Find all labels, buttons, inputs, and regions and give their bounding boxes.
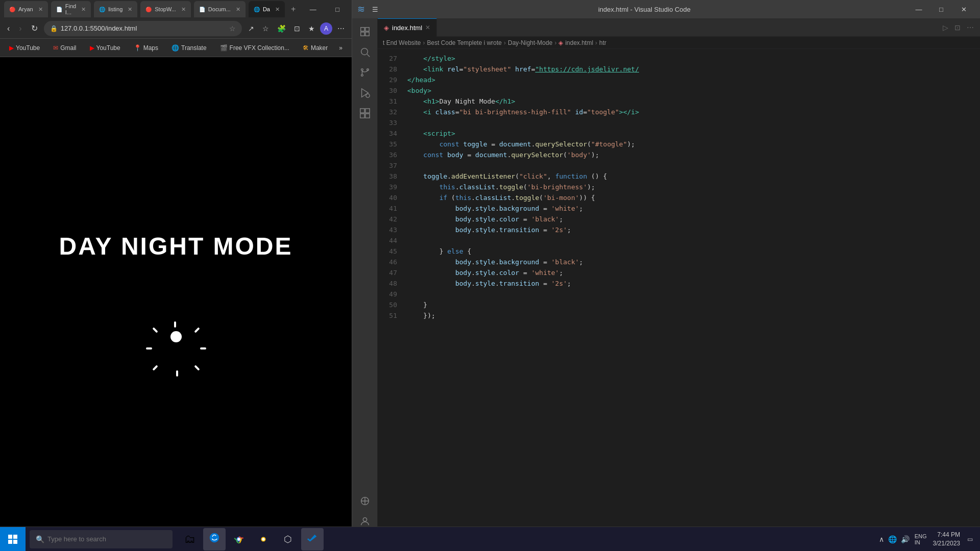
taskbar-explorer-icon[interactable]: 🗂 — [179, 528, 201, 550]
lock-icon: 🔒 — [50, 25, 58, 32]
maker-icon: 🛠 — [303, 44, 309, 52]
bookmark-youtube1[interactable]: ▶ YouTube — [5, 42, 44, 54]
extensions-icon[interactable] — [356, 104, 374, 122]
refresh-button[interactable]: ↻ — [28, 21, 41, 35]
menu-button[interactable]: ⋯ — [334, 22, 348, 35]
bookmark-maker[interactable]: 🛠 Maker — [299, 42, 332, 54]
code-line-49 — [407, 289, 980, 299]
code-line-50: } — [407, 299, 980, 310]
bookmark-translate[interactable]: 🌐 Translate — [167, 42, 211, 54]
taskbar-tray: ∧ 🌐 🔊 ENG IN 7:44 PM 3/21/2023 ▭ — [878, 531, 980, 548]
remote-explorer-icon[interactable] — [356, 492, 374, 510]
split-editor-button[interactable]: ⊡ — [952, 21, 963, 34]
share-button[interactable]: ↗ — [245, 22, 257, 35]
back-button[interactable]: ‹ — [4, 22, 13, 35]
maps-icon: 📍 — [134, 44, 141, 52]
sun-icon[interactable] — [161, 321, 191, 352]
browser-tab-6[interactable]: 🌐 Da ✕ — [249, 1, 285, 17]
vscode-window-title: index.html - Visual Studio Code — [381, 6, 908, 13]
taskbar-edge-icon[interactable] — [203, 528, 226, 550]
address-bar[interactable]: 🔒 ☆ — [44, 21, 242, 36]
breadcrumb-part2[interactable]: Best Code Templete i wrote — [427, 39, 502, 46]
bookmark-vfx[interactable]: 🎬 Free VFX Collection... — [216, 42, 293, 54]
new-tab-button[interactable]: + — [288, 5, 299, 14]
tray-network-icon[interactable]: 🌐 — [887, 534, 898, 544]
code-area[interactable]: </style> <link rel="stylesheet" href="ht… — [403, 49, 980, 539]
code-line-34: <script> — [407, 128, 980, 139]
source-control-icon[interactable] — [356, 63, 374, 82]
tab4-close[interactable]: ✕ — [181, 6, 186, 13]
taskbar-pinned-apps: 🗂 — [179, 528, 324, 550]
svg-rect-1 — [365, 28, 369, 31]
tab1-close[interactable]: ✕ — [38, 6, 43, 13]
vscode-logo-icon: ≋ — [357, 4, 365, 15]
bookmark-youtube2[interactable]: ▶ YouTube — [86, 42, 125, 54]
profile-button[interactable]: A — [320, 22, 332, 35]
extensions-button[interactable]: 🧩 — [274, 22, 289, 35]
svg-rect-2 — [360, 32, 364, 36]
sun-ray-180 — [176, 370, 178, 377]
breadcrumb-part1[interactable]: t End Website — [383, 39, 421, 46]
breadcrumb-html-icon: ◈ — [558, 39, 563, 46]
code-line-46: body.style.background = 'black'; — [407, 257, 980, 267]
bookmark-gmail[interactable]: ✉ Gmail — [49, 42, 80, 54]
vscode-restore-button[interactable]: □ — [930, 0, 952, 18]
tab5-close[interactable]: ✕ — [236, 6, 240, 13]
breadcrumb-part4[interactable]: index.html — [565, 39, 593, 46]
url-input[interactable] — [61, 24, 226, 32]
svg-rect-18 — [8, 535, 12, 539]
taskbar-search-input[interactable] — [47, 535, 166, 543]
tray-clock[interactable]: 7:44 PM 3/21/2023 — [933, 531, 960, 548]
html-file-icon: ◈ — [384, 24, 389, 32]
browser-tab-2[interactable]: 📄 Find I... ✕ — [51, 1, 91, 17]
bookmarks-more-button[interactable]: » — [337, 42, 345, 54]
browser-tab-1[interactable]: 🔴 Aryan ✕ — [4, 1, 48, 17]
browser-minimize-button[interactable]: — — [302, 2, 324, 17]
browser-maximize-button[interactable]: □ — [326, 2, 349, 17]
forward-button[interactable]: › — [16, 22, 24, 35]
taskbar-search-box[interactable]: 🔍 — [30, 530, 173, 548]
tray-volume-icon[interactable]: 🔊 — [900, 534, 911, 544]
vscode-minimize-button[interactable]: — — [908, 0, 930, 18]
run-button[interactable]: ▷ — [941, 21, 950, 34]
vscode-window: ≋ ☰ index.html - Visual Studio Code — □ … — [352, 0, 980, 551]
tab6-close[interactable]: ✕ — [275, 6, 280, 13]
code-line-45: } else { — [407, 246, 980, 257]
tab2-close[interactable]: ✕ — [81, 6, 86, 13]
bookmark-maps[interactable]: 📍 Maps — [130, 42, 162, 54]
breadcrumb-part3[interactable]: Day-Night-Mode — [508, 39, 552, 46]
run-debug-icon[interactable] — [356, 84, 374, 102]
editor-tab-index-html[interactable]: ◈ index.html ✕ — [378, 18, 437, 37]
explorer-icon[interactable] — [356, 22, 374, 41]
show-desktop-button[interactable]: ▭ — [966, 535, 974, 544]
toolbar-actions: ↗ ☆ 🧩 ⊡ ★ A ⋯ — [245, 22, 348, 35]
code-line-38: toggle.addEventListener("click", functio… — [407, 171, 980, 182]
more-actions-button[interactable]: ⋯ — [965, 21, 976, 34]
browser-tab-3[interactable]: 🌐 listing ✕ — [94, 1, 137, 17]
svg-rect-21 — [13, 540, 17, 544]
favorites-button[interactable]: ★ — [305, 22, 318, 35]
browser-tab-4[interactable]: 🔴 StopW... ✕ — [140, 1, 191, 17]
translate-icon: 🌐 — [172, 44, 179, 52]
star-icon[interactable]: ☆ — [229, 24, 236, 33]
taskbar-chrome-icon[interactable] — [228, 528, 250, 550]
taskbar-terminal-icon[interactable]: ⬡ — [277, 528, 299, 550]
browser-tab-5[interactable]: 📄 Docum... ✕ — [194, 1, 246, 17]
editor-tab-close[interactable]: ✕ — [425, 24, 430, 31]
tab3-close[interactable]: ✕ — [128, 6, 132, 13]
tray-up-arrow-icon[interactable]: ∧ — [878, 534, 885, 544]
taskbar-vscode-icon[interactable] — [301, 528, 324, 550]
bookmark-youtube2-label: YouTube — [96, 44, 120, 52]
sidebar-toggle-button[interactable]: ⊡ — [291, 22, 303, 35]
bookmark-translate-label: Translate — [181, 44, 207, 52]
vscode-close-button[interactable]: ✕ — [952, 0, 975, 18]
vscode-window-controls: — □ ✕ — [908, 0, 975, 18]
taskbar-chrome-dev-icon[interactable] — [252, 528, 275, 550]
svg-rect-19 — [13, 535, 17, 539]
menu-icon[interactable]: ☰ — [369, 6, 381, 13]
breadcrumb-part5[interactable]: htr — [599, 39, 606, 46]
tray-language[interactable]: ENG IN — [915, 533, 927, 545]
search-icon[interactable] — [356, 43, 374, 61]
start-button[interactable] — [0, 527, 26, 552]
bookmark-button[interactable]: ☆ — [259, 22, 272, 35]
